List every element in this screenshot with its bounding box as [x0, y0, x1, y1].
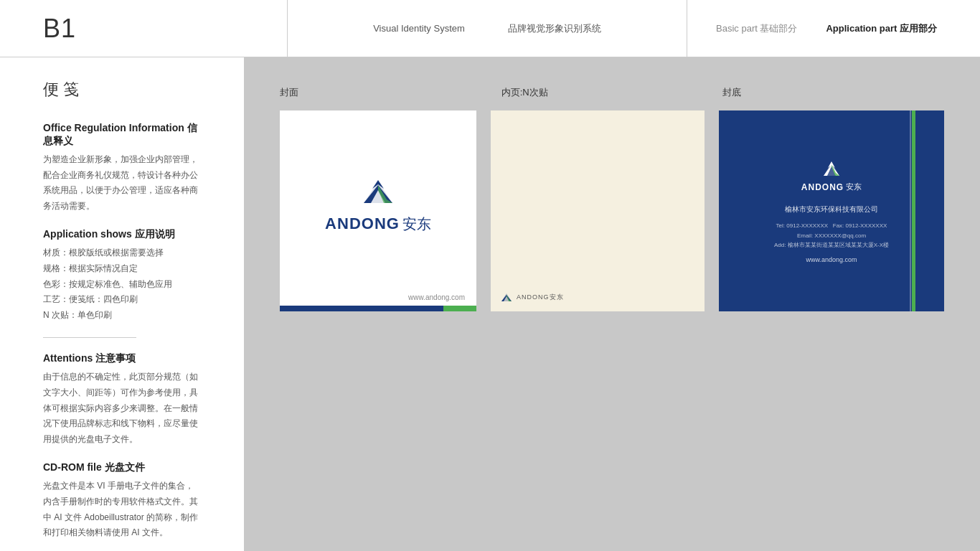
back-logo-icon	[819, 159, 844, 179]
section1-text: 为塑造企业新形象，加强企业内部管理，配合企业商务礼仪规范，特设计各种办公系统用品…	[43, 152, 201, 214]
nav-application[interactable]: Application part 应用部分	[826, 22, 937, 35]
inner-logo-icon	[499, 291, 514, 303]
page-code: B1	[43, 14, 76, 43]
label-back: 封底	[722, 86, 944, 99]
card-front: ANDONG 安东 www.andong.com	[280, 110, 476, 311]
back-stripe-green	[912, 110, 915, 311]
section3-heading: Attentions 注意事项	[43, 352, 201, 365]
front-logo-text: ANDONG 安东	[325, 215, 431, 234]
label-inner: 内页:N次贴	[501, 86, 723, 99]
section2-item-5: N 次贴：单色印刷	[43, 308, 201, 324]
front-stripe	[280, 306, 476, 311]
page-title: 便 笺	[43, 79, 201, 100]
section4-heading: CD-ROM file 光盘文件	[43, 461, 201, 474]
section2-heading: Application shows 应用说明	[43, 228, 201, 241]
label-front: 封面	[280, 86, 501, 99]
front-logo: ANDONG 安东	[325, 174, 431, 234]
header-right: Basic part 基础部分 Application part 应用部分	[687, 22, 937, 35]
back-logo-en: ANDONG	[801, 182, 844, 192]
section2-item-1: 材质：根胶版纸或根据需要选择	[43, 245, 201, 261]
back-company: 榆林市安东环保科技有限公司	[785, 204, 878, 215]
main-content: 便 笺 Office Regulation Information 信息释义 为…	[0, 57, 980, 551]
section1-heading: Office Regulation Information 信息释义	[43, 122, 201, 148]
section2-item-2: 规格：根据实际情况自定	[43, 261, 201, 277]
nav-basic[interactable]: Basic part 基础部分	[716, 22, 797, 35]
back-white-stripe	[910, 110, 911, 311]
cards-row: ANDONG 安东 www.andong.com	[280, 110, 944, 311]
card-inner: ANDONG安东	[491, 110, 705, 311]
front-logo-en: ANDONG	[325, 215, 400, 233]
back-url: www.andong.com	[806, 256, 857, 263]
content-area: 封面 内页:N次贴 封底	[244, 57, 980, 551]
stripe-blue	[280, 306, 443, 311]
back-logo-cn: 安东	[846, 182, 862, 192]
section3-text: 由于信息的不确定性，此页部分规范（如文字大小、间距等）可作为参考使用，具体可根据…	[43, 369, 201, 447]
back-logo-text-row: ANDONG 安东	[801, 182, 862, 192]
section2-item-3: 色彩：按规定标准色、辅助色应用	[43, 277, 201, 293]
section4-text: 光盘文件是本 VI 手册电子文件的集合，内含手册制作时的专用软件格式文件。其中 …	[43, 479, 201, 540]
inner-logo-text: ANDONG安东	[517, 293, 564, 302]
vis-title: Visual Identity System	[373, 23, 465, 34]
front-logo-cn: 安东	[402, 215, 431, 234]
stripe-green	[443, 306, 476, 311]
front-url: www.andong.com	[408, 293, 465, 301]
back-contact: Tel: 0912-XXXXXXX Fax: 0912-XXXXXXX Emai…	[774, 221, 889, 250]
back-logo: ANDONG 安东	[801, 159, 862, 192]
andong-logo-icon	[357, 174, 400, 210]
header-center: Visual Identity System 品牌视觉形象识别系统	[287, 0, 687, 57]
label-row: 封面 内页:N次贴 封底	[280, 86, 944, 99]
vis-title-cn: 品牌视觉形象识别系统	[508, 22, 601, 35]
header: B1 Visual Identity System 品牌视觉形象识别系统 Bas…	[0, 0, 980, 57]
inner-logo: ANDONG安东	[499, 291, 564, 303]
divider-1	[43, 337, 136, 338]
section2-item-4: 工艺：便笺纸：四色印刷	[43, 292, 201, 308]
sidebar: 便 笺 Office Regulation Information 信息释义 为…	[0, 57, 244, 551]
card-back: ANDONG 安东 榆林市安东环保科技有限公司 Tel: 0912-XXXXXX…	[719, 110, 944, 311]
header-left: B1	[43, 14, 287, 44]
